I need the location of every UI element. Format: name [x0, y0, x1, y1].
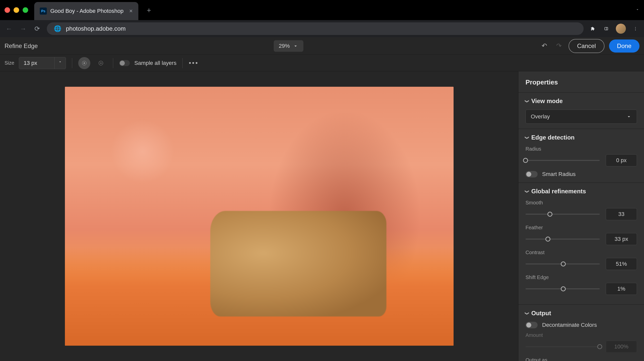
shift-edge-label: Shift Edge	[526, 275, 637, 280]
url-text: photoshop.adobe.com	[66, 25, 126, 32]
sample-all-layers-toggle[interactable]	[119, 60, 130, 66]
decontaminate-toggle[interactable]	[526, 322, 538, 328]
panel-title: Properties	[518, 76, 644, 92]
app-bar: Refine Edge 29% ↶ ↷ Cancel Done	[0, 37, 644, 55]
slider-thumb	[597, 344, 602, 349]
chevron-down-icon: ❯	[525, 136, 530, 139]
radius-slider[interactable]	[526, 160, 600, 161]
section-header-view-mode[interactable]: ❯ View mode	[526, 98, 637, 105]
nav-reload-icon[interactable]: ⟳	[33, 25, 42, 33]
size-input[interactable]: 13 px	[19, 57, 55, 69]
profile-avatar[interactable]	[616, 24, 626, 34]
nav-back-icon[interactable]: ←	[5, 25, 14, 33]
window-minimize[interactable]	[14, 7, 19, 13]
chevron-down-icon	[58, 60, 62, 64]
traffic-lights	[5, 7, 28, 13]
slider-thumb[interactable]	[547, 212, 552, 217]
contrast-label: Contrast	[526, 250, 637, 255]
canvas[interactable]	[65, 87, 454, 346]
amount-label: Amount	[526, 332, 637, 338]
browser-chrome: Ps Good Boy - Adobe Photoshop ✕ ＋	[0, 0, 644, 20]
radius-label: Radius	[526, 146, 637, 152]
canvas-subject	[210, 211, 386, 317]
output-as-label: Output as	[526, 357, 637, 361]
app-actions: ↶ ↷ Cancel Done	[539, 39, 639, 53]
amount-slider	[526, 346, 600, 347]
size-control: 13 px	[19, 57, 66, 69]
window-maximize[interactable]	[23, 7, 28, 13]
section-edge-detection: ❯ Edge detection Radius 0 px Smart Radiu…	[518, 129, 644, 183]
chevron-down-icon: ❯	[525, 100, 530, 103]
radius-row: 0 px	[526, 154, 637, 166]
tabs-dropdown-icon[interactable]	[635, 8, 639, 13]
feather-slider[interactable]	[526, 239, 600, 240]
shift-edge-row: 1%	[526, 283, 637, 295]
radius-value[interactable]: 0 px	[606, 154, 637, 166]
tab-close-icon[interactable]: ✕	[129, 8, 133, 14]
slider-thumb[interactable]	[561, 286, 566, 291]
site-info-icon[interactable]: 🌐	[54, 25, 61, 32]
chevron-down-icon	[626, 114, 632, 119]
slider-thumb[interactable]	[561, 261, 566, 266]
section-header-global[interactable]: ❯ Global refinements	[526, 188, 637, 195]
smart-radius-toggle[interactable]	[526, 171, 538, 177]
nav-forward-icon[interactable]: →	[19, 25, 28, 33]
browser-menu-icon[interactable]: ⋮	[631, 25, 639, 33]
zoom-value: 29%	[279, 43, 290, 49]
view-mode-dropdown[interactable]: Overlay	[526, 110, 637, 124]
amount-row: 100%	[526, 341, 637, 353]
svg-rect-0	[605, 27, 608, 30]
contrast-row: 51%	[526, 258, 637, 270]
divider	[72, 58, 72, 68]
slider-thumb[interactable]	[545, 237, 550, 242]
options-bar: Size 13 px Sample all layers •••	[0, 55, 644, 71]
size-dropdown[interactable]	[55, 57, 66, 69]
more-options-icon[interactable]: •••	[189, 59, 198, 67]
extensions-icon[interactable]	[589, 25, 597, 33]
redo-icon[interactable]: ↷	[554, 42, 564, 50]
slider-thumb[interactable]	[523, 158, 528, 163]
tab-title: Good Boy - Adobe Photoshop	[50, 8, 124, 14]
mode-label: Refine Edge	[5, 42, 38, 50]
contrast-value[interactable]: 51%	[606, 258, 637, 270]
feather-row: 33 px	[526, 233, 637, 245]
divider	[182, 58, 183, 68]
section-header-edge-detection[interactable]: ❯ Edge detection	[526, 134, 637, 141]
section-global-refinements: ❯ Global refinements Smooth 33 Feather 3…	[518, 183, 644, 304]
section-title: Global refinements	[531, 188, 586, 195]
view-mode-value: Overlay	[531, 113, 550, 120]
canvas-area[interactable]	[0, 71, 518, 361]
section-title: Output	[531, 310, 551, 317]
add-circle-icon	[82, 60, 87, 66]
divider	[113, 58, 113, 68]
shift-edge-value[interactable]: 1%	[606, 283, 637, 295]
photoshop-favicon: Ps	[40, 8, 47, 15]
size-label: Size	[5, 60, 14, 66]
url-field[interactable]: 🌐 photoshop.adobe.com	[47, 22, 584, 35]
decontaminate-label: Decontaminate Colors	[542, 322, 597, 328]
section-output: ❯ Output Decontaminate Colors Amount 100…	[518, 305, 644, 361]
shift-edge-slider[interactable]	[526, 288, 600, 289]
cancel-button[interactable]: Cancel	[569, 39, 605, 53]
smart-radius-row: Smart Radius	[526, 171, 637, 177]
sample-all-layers-label: Sample all layers	[134, 60, 177, 66]
section-header-output[interactable]: ❯ Output	[526, 310, 637, 317]
smooth-label: Smooth	[526, 200, 637, 206]
new-tab-button[interactable]: ＋	[145, 5, 152, 15]
contrast-slider[interactable]	[526, 263, 600, 264]
section-title: View mode	[531, 98, 563, 105]
window-close[interactable]	[5, 7, 10, 13]
decontaminate-row: Decontaminate Colors	[526, 322, 637, 328]
sidepanel-icon[interactable]	[602, 25, 610, 33]
browser-tab[interactable]: Ps Good Boy - Adobe Photoshop ✕	[34, 2, 138, 20]
smooth-slider[interactable]	[526, 214, 600, 215]
zoom-selector[interactable]: 29%	[274, 40, 303, 52]
add-mode-button[interactable]	[78, 57, 90, 69]
smooth-value[interactable]: 33	[606, 208, 637, 220]
done-button[interactable]: Done	[609, 39, 639, 53]
amount-value: 100%	[606, 341, 637, 353]
url-bar: ← → ⟳ 🌐 photoshop.adobe.com ⋮	[0, 20, 644, 37]
feather-value[interactable]: 33 px	[606, 233, 637, 245]
undo-icon[interactable]: ↶	[539, 42, 549, 50]
subtract-mode-button[interactable]	[95, 57, 107, 69]
